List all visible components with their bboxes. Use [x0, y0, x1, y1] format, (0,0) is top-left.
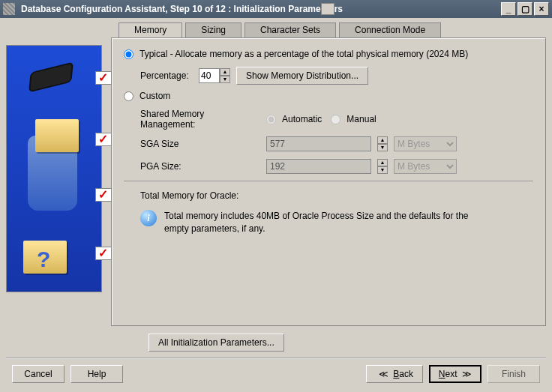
tab-memory[interactable]: Memory [118, 22, 182, 37]
footer-separator [6, 358, 546, 359]
shared-mgmt-label: Shared Memory Management: [140, 109, 260, 130]
custom-radio[interactable] [124, 91, 134, 101]
step-check-icon [95, 247, 112, 260]
minimize-button[interactable]: _ [501, 2, 516, 16]
title-text-left: Database Configuration Assistant, Step 1… [21, 4, 321, 14]
sga-units-select: M Bytes [394, 136, 457, 151]
step-check-icon [95, 188, 112, 202]
finish-button[interactable]: Finish [488, 365, 540, 383]
tab-page-memory: Typical - Allocate memory as a percentag… [111, 37, 546, 326]
sga-down: ▼ [377, 144, 388, 151]
sga-label: SGA Size [140, 139, 260, 149]
step-check-icon [95, 71, 112, 85]
pushpin-icon[interactable] [321, 3, 334, 15]
spinner-up[interactable]: ▲ [220, 68, 230, 76]
automatic-radio [266, 115, 276, 124]
help-button[interactable]: Help [70, 365, 123, 383]
automatic-label: Automatic [282, 114, 322, 124]
tab-connection-mode[interactable]: Connection Mode [339, 22, 441, 37]
pga-label: PGA Size: [140, 161, 260, 172]
info-icon: i [140, 210, 157, 226]
tab-sizing[interactable]: Sizing [185, 22, 242, 37]
step-check-icon [95, 133, 112, 146]
wizard-footer: Cancel Help ≪ Back Next ≫ Finish [6, 365, 546, 389]
typical-radio[interactable] [124, 49, 134, 59]
pga-units-select: M Bytes [394, 159, 457, 174]
pga-down: ▼ [377, 166, 388, 174]
typical-label: Typical - Allocate memory as a percentag… [140, 49, 468, 59]
title-text-right: rs [334, 4, 343, 14]
all-init-params-button[interactable]: All Initialization Parameters... [148, 334, 284, 352]
sga-size-input [266, 136, 371, 151]
pga-size-input [266, 159, 371, 174]
close-button[interactable]: × [534, 2, 549, 16]
app-icon [3, 3, 15, 15]
tab-character-sets[interactable]: Character Sets [244, 22, 336, 37]
window-title: Database Configuration Assistant, Step 1… [21, 3, 501, 16]
title-bar: Database Configuration Assistant, Step 1… [0, 0, 552, 18]
show-memory-distribution-button[interactable]: Show Memory Distribution... [236, 67, 368, 85]
manual-radio [331, 115, 340, 124]
tab-strip: Memory Sizing Character Sets Connection … [111, 22, 546, 37]
cancel-button[interactable]: Cancel [12, 365, 64, 383]
maximize-button[interactable]: ▢ [518, 2, 532, 16]
separator [124, 181, 533, 181]
total-memory-label: Total Memory for Oracle: [140, 190, 238, 201]
back-button[interactable]: ≪ Back [366, 365, 423, 383]
percentage-spinner[interactable]: ▲▼ [199, 68, 230, 83]
spinner-down[interactable]: ▼ [220, 76, 230, 83]
next-button[interactable]: Next ≫ [429, 365, 482, 383]
info-text: Total memory includes 40MB of Oracle Pro… [164, 210, 479, 235]
pga-up: ▲ [377, 159, 388, 166]
percentage-label: Percentage: [140, 70, 193, 81]
wizard-sidebar-image: ? [6, 45, 102, 292]
manual-label: Manual [346, 114, 376, 124]
sga-up: ▲ [377, 136, 388, 144]
custom-label: Custom [140, 91, 170, 101]
percentage-input[interactable] [199, 68, 220, 83]
